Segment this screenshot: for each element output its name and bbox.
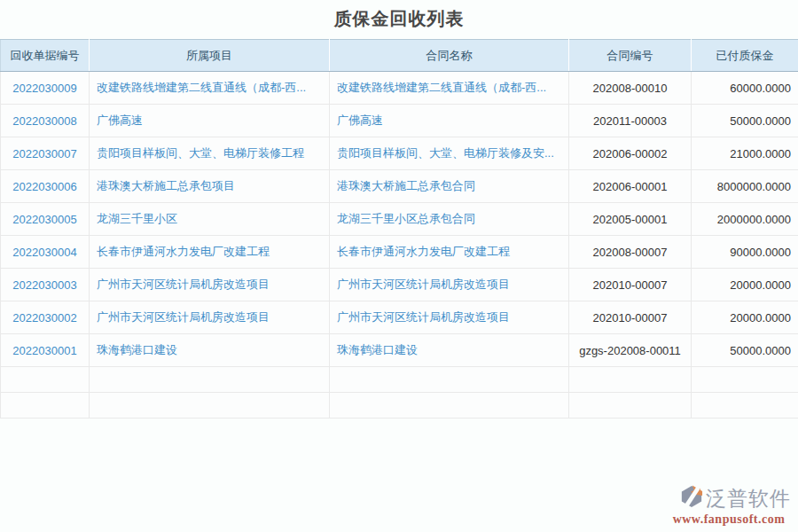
- cell-paid-amount: 20000.0000: [692, 301, 798, 334]
- cell-contract-no: 202008-00010: [569, 72, 692, 105]
- cell-paid-amount: 20000.0000: [692, 269, 798, 301]
- table-body: 2022030009 改建铁路线增建第二线直通线（成都-西... 改建铁路线增建…: [1, 72, 798, 419]
- table-row: 2022030007 贵阳项目样板间、大堂、电梯厅装修工程 贵阳项目样板间、大堂…: [1, 137, 798, 170]
- cell-doc-no-link[interactable]: 2022030009: [1, 72, 90, 105]
- cell-project-link[interactable]: 广佛高速: [90, 105, 330, 137]
- empty-cell: [1, 367, 90, 393]
- empty-cell: [692, 393, 798, 419]
- empty-cell: [569, 393, 692, 419]
- cell-contract-name-link[interactable]: 长春市伊通河水力发电厂改建工程: [330, 236, 569, 269]
- cell-contract-no: gzgs-202008-00011: [569, 334, 692, 367]
- col-header-contract-name: 合同名称: [330, 40, 569, 72]
- cell-project-link[interactable]: 广州市天河区统计局机房改造项目: [90, 301, 330, 334]
- col-header-doc-no: 回收单据编号: [1, 40, 90, 72]
- cell-project-link[interactable]: 港珠澳大桥施工总承包项目: [90, 170, 330, 203]
- col-header-paid-amount: 已付质保金: [692, 40, 798, 72]
- cell-paid-amount: 50000.0000: [692, 334, 798, 367]
- table-row: 2022030009 改建铁路线增建第二线直通线（成都-西... 改建铁路线增建…: [1, 72, 798, 105]
- col-header-project: 所属项目: [90, 40, 330, 72]
- cell-contract-name-link[interactable]: 广佛高速: [330, 105, 569, 137]
- cell-contract-no: 202006-00001: [569, 170, 692, 203]
- cell-paid-amount: 90000.0000: [692, 236, 798, 269]
- cell-project-link[interactable]: 广州市天河区统计局机房改造项目: [90, 269, 330, 301]
- page-title: 质保金回收列表: [0, 0, 798, 39]
- empty-cell: [90, 367, 330, 393]
- cell-paid-amount: 60000.0000: [692, 72, 798, 105]
- cell-contract-no: 202008-00007: [569, 236, 692, 269]
- cell-project-link[interactable]: 贵阳项目样板间、大堂、电梯厅装修工程: [90, 137, 330, 170]
- cell-project-link[interactable]: 珠海鹤港口建设: [90, 334, 330, 367]
- table-row: 2022030008 广佛高速 广佛高速 202011-00003 50000.…: [1, 105, 798, 137]
- cell-doc-no-link[interactable]: 2022030006: [1, 170, 90, 203]
- cell-project-link[interactable]: 改建铁路线增建第二线直通线（成都-西...: [90, 72, 330, 105]
- cell-contract-name-link[interactable]: 改建铁路线增建第二线直通线（成都-西...: [330, 72, 569, 105]
- col-header-contract-no: 合同编号: [569, 40, 692, 72]
- cell-doc-no-link[interactable]: 2022030002: [1, 301, 90, 334]
- empty-cell: [692, 367, 798, 393]
- cell-contract-name-link[interactable]: 贵阳项目样板间、大堂、电梯厅装修及安...: [330, 137, 569, 170]
- cell-doc-no-link[interactable]: 2022030007: [1, 137, 90, 170]
- cell-doc-no-link[interactable]: 2022030001: [1, 334, 90, 367]
- table-row: 2022030006 港珠澳大桥施工总承包项目 港珠澳大桥施工总承包合同 202…: [1, 170, 798, 203]
- empty-cell: [330, 393, 569, 419]
- cell-contract-no: 202010-00007: [569, 269, 692, 301]
- cell-paid-amount: 50000.0000: [692, 105, 798, 137]
- empty-cell: [1, 393, 90, 419]
- empty-cell: [569, 367, 692, 393]
- cell-contract-name-link[interactable]: 龙湖三千里小区总承包合同: [330, 203, 569, 236]
- cell-doc-no-link[interactable]: 2022030003: [1, 269, 90, 301]
- fanpu-logo-icon: [680, 484, 703, 512]
- empty-table-row: [1, 367, 798, 393]
- cell-doc-no-link[interactable]: 2022030008: [1, 105, 90, 137]
- empty-table-row: [1, 393, 798, 419]
- recovery-table: 回收单据编号 所属项目 合同名称 合同编号 已付质保金 2022030009 改…: [0, 39, 798, 419]
- cell-contract-no: 202010-00007: [569, 301, 692, 334]
- cell-paid-amount: 2000000.0000: [692, 203, 798, 236]
- cell-contract-name-link[interactable]: 港珠澳大桥施工总承包合同: [330, 170, 569, 203]
- empty-cell: [90, 393, 330, 419]
- cell-paid-amount: 8000000.0000: [692, 170, 798, 203]
- table-row: 2022030005 龙湖三千里小区 龙湖三千里小区总承包合同 202005-0…: [1, 203, 798, 236]
- cell-contract-name-link[interactable]: 珠海鹤港口建设: [330, 334, 569, 367]
- table-row: 2022030002 广州市天河区统计局机房改造项目 广州市天河区统计局机房改造…: [1, 301, 798, 334]
- watermark-brand: 泛普软件: [706, 485, 791, 512]
- empty-cell: [330, 367, 569, 393]
- cell-project-link[interactable]: 龙湖三千里小区: [90, 203, 330, 236]
- watermark-url[interactable]: www.fanpusoft.com: [667, 512, 791, 527]
- cell-project-link[interactable]: 长春市伊通河水力发电厂改建工程: [90, 236, 330, 269]
- watermark: 泛普软件 www.fanpusoft.com: [667, 484, 791, 527]
- cell-contract-name-link[interactable]: 广州市天河区统计局机房改造项目: [330, 269, 569, 301]
- table-header-row: 回收单据编号 所属项目 合同名称 合同编号 已付质保金: [1, 40, 798, 72]
- cell-contract-no: 202005-00001: [569, 203, 692, 236]
- cell-paid-amount: 21000.0000: [692, 137, 798, 170]
- cell-contract-name-link[interactable]: 广州市天河区统计局机房改造项目: [330, 301, 569, 334]
- cell-contract-no: 202011-00003: [569, 105, 692, 137]
- cell-contract-no: 202006-00002: [569, 137, 692, 170]
- cell-doc-no-link[interactable]: 2022030005: [1, 203, 90, 236]
- table-row: 2022030003 广州市天河区统计局机房改造项目 广州市天河区统计局机房改造…: [1, 269, 798, 301]
- cell-doc-no-link[interactable]: 2022030004: [1, 236, 90, 269]
- table-row: 2022030004 长春市伊通河水力发电厂改建工程 长春市伊通河水力发电厂改建…: [1, 236, 798, 269]
- table-row: 2022030001 珠海鹤港口建设 珠海鹤港口建设 gzgs-202008-0…: [1, 334, 798, 367]
